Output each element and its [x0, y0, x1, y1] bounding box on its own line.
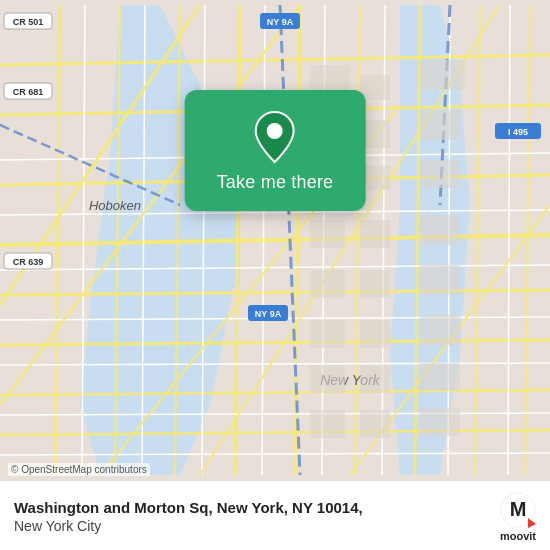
map-background: CR 501 CR 681 CR 639 NY 9A NY 9A NY 9A I…: [0, 0, 550, 480]
osm-attribution: © OpenStreetMap contributors: [8, 463, 150, 476]
svg-point-82: [267, 123, 283, 139]
svg-text:I 495: I 495: [508, 127, 528, 137]
location-pin-icon: [253, 110, 297, 164]
bottom-bar: Washington and Morton Sq, New York, NY 1…: [0, 480, 550, 550]
svg-rect-74: [420, 315, 460, 345]
svg-rect-68: [420, 215, 460, 245]
take-me-there-button[interactable]: Take me there: [217, 172, 334, 193]
svg-rect-75: [310, 365, 345, 393]
svg-rect-77: [420, 363, 460, 391]
svg-text:CR 639: CR 639: [13, 257, 44, 267]
location-info: Washington and Morton Sq, New York, NY 1…: [14, 498, 363, 536]
moovit-logo-icon: M: [500, 492, 536, 528]
svg-rect-66: [310, 220, 345, 248]
svg-rect-72: [310, 320, 345, 348]
popup-card[interactable]: Take me there: [185, 90, 366, 211]
map-area[interactable]: CR 501 CR 681 CR 639 NY 9A NY 9A NY 9A I…: [0, 0, 550, 480]
svg-rect-70: [360, 270, 390, 298]
svg-text:M: M: [510, 498, 527, 520]
svg-text:NY 9A: NY 9A: [267, 17, 294, 27]
svg-rect-59: [420, 60, 465, 90]
svg-rect-71: [420, 265, 460, 295]
location-name: Washington and Morton Sq, New York, NY 1…: [14, 498, 363, 518]
svg-rect-79: [360, 410, 390, 438]
svg-rect-67: [360, 220, 390, 248]
svg-rect-69: [310, 270, 345, 298]
svg-text:Hoboken: Hoboken: [89, 198, 141, 213]
svg-rect-73: [360, 320, 390, 348]
app: CR 501 CR 681 CR 639 NY 9A NY 9A NY 9A I…: [0, 0, 550, 550]
svg-text:CR 681: CR 681: [13, 87, 44, 97]
svg-rect-65: [420, 160, 460, 188]
svg-text:NY 9A: NY 9A: [255, 309, 282, 319]
moovit-logo: M moovit: [500, 492, 536, 542]
svg-text:CR 501: CR 501: [13, 17, 44, 27]
svg-rect-78: [310, 410, 345, 438]
svg-rect-62: [420, 110, 460, 140]
moovit-text: moovit: [500, 530, 536, 542]
svg-rect-80: [420, 408, 460, 436]
location-city: New York City: [14, 517, 363, 535]
svg-rect-76: [360, 365, 390, 393]
